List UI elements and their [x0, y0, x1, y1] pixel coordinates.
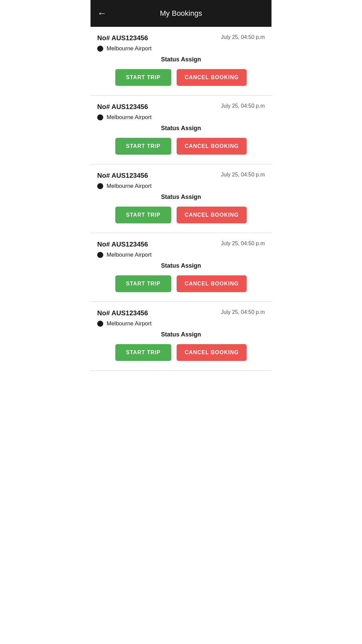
cancel-booking-button[interactable]: CANCEL BOOKING	[177, 69, 247, 86]
back-button[interactable]: ←	[97, 9, 107, 18]
booking-number: No# AUS123456	[97, 309, 148, 317]
status-label: Status Assign	[97, 262, 265, 269]
booking-actions: START TRIP CANCEL BOOKING	[97, 207, 265, 223]
booking-datetime: July 25, 04:50 p.m	[221, 309, 265, 315]
start-trip-button[interactable]: START TRIP	[115, 275, 171, 292]
booking-top-row: No# AUS123456 July 25, 04:50 p.m	[97, 240, 265, 248]
booking-location: Melbourne Airport	[97, 183, 265, 190]
start-trip-button[interactable]: START TRIP	[115, 207, 171, 223]
booking-datetime: July 25, 04:50 p.m	[221, 240, 265, 247]
booking-top-row: No# AUS123456 July 25, 04:50 p.m	[97, 34, 265, 42]
status-label: Status Assign	[97, 331, 265, 338]
booking-top-row: No# AUS123456 July 25, 04:50 p.m	[97, 309, 265, 317]
booking-number: No# AUS123456	[97, 34, 148, 42]
start-trip-button[interactable]: START TRIP	[115, 138, 171, 155]
cancel-booking-button[interactable]: CANCEL BOOKING	[177, 207, 247, 223]
location-dot-icon	[97, 114, 103, 120]
start-trip-button[interactable]: START TRIP	[115, 344, 171, 361]
location-text: Melbourne Airport	[107, 320, 152, 327]
location-text: Melbourne Airport	[107, 45, 152, 52]
booking-number: No# AUS123456	[97, 172, 148, 179]
booking-location: Melbourne Airport	[97, 45, 265, 52]
booking-actions: START TRIP CANCEL BOOKING	[97, 69, 265, 86]
location-text: Melbourne Airport	[107, 252, 152, 258]
app-header: ← My Bookings	[90, 0, 272, 27]
cancel-booking-button[interactable]: CANCEL BOOKING	[177, 344, 247, 361]
booking-card: No# AUS123456 July 25, 04:50 p.m Melbour…	[90, 233, 272, 302]
status-label: Status Assign	[97, 56, 265, 63]
booking-card: No# AUS123456 July 25, 04:50 p.m Melbour…	[90, 302, 272, 371]
booking-actions: START TRIP CANCEL BOOKING	[97, 344, 265, 361]
booking-datetime: July 25, 04:50 p.m	[221, 103, 265, 109]
bookings-list: No# AUS123456 July 25, 04:50 p.m Melbour…	[90, 27, 272, 371]
booking-actions: START TRIP CANCEL BOOKING	[97, 275, 265, 292]
start-trip-button[interactable]: START TRIP	[115, 69, 171, 86]
booking-card: No# AUS123456 July 25, 04:50 p.m Melbour…	[90, 96, 272, 164]
booking-card: No# AUS123456 July 25, 04:50 p.m Melbour…	[90, 27, 272, 96]
location-text: Melbourne Airport	[107, 183, 152, 190]
status-label: Status Assign	[97, 194, 265, 201]
booking-actions: START TRIP CANCEL BOOKING	[97, 138, 265, 155]
location-text: Melbourne Airport	[107, 114, 152, 121]
cancel-booking-button[interactable]: CANCEL BOOKING	[177, 138, 247, 155]
page-title: My Bookings	[160, 9, 202, 18]
status-label: Status Assign	[97, 125, 265, 132]
location-dot-icon	[97, 46, 103, 52]
booking-datetime: July 25, 04:50 p.m	[221, 172, 265, 178]
booking-location: Melbourne Airport	[97, 252, 265, 258]
booking-card: No# AUS123456 July 25, 04:50 p.m Melbour…	[90, 164, 272, 233]
booking-location: Melbourne Airport	[97, 320, 265, 327]
location-dot-icon	[97, 321, 103, 327]
location-dot-icon	[97, 183, 103, 189]
booking-top-row: No# AUS123456 July 25, 04:50 p.m	[97, 172, 265, 179]
location-dot-icon	[97, 252, 103, 258]
cancel-booking-button[interactable]: CANCEL BOOKING	[177, 275, 247, 292]
booking-top-row: No# AUS123456 July 25, 04:50 p.m	[97, 103, 265, 111]
booking-datetime: July 25, 04:50 p.m	[221, 34, 265, 40]
booking-location: Melbourne Airport	[97, 114, 265, 121]
booking-number: No# AUS123456	[97, 103, 148, 111]
booking-number: No# AUS123456	[97, 240, 148, 248]
